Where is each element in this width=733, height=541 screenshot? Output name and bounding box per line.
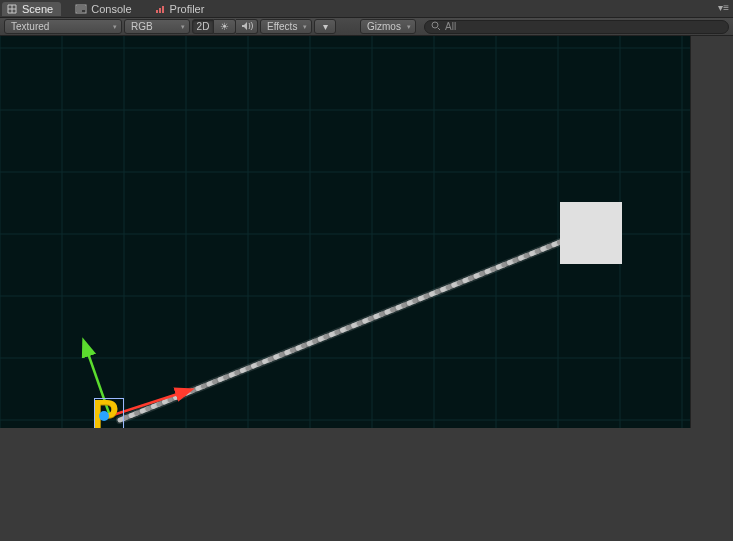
window-tabbar: Scene Console Profiler ▾≡ [0, 0, 733, 18]
gizmos-dropdown[interactable]: Gizmos ▾ [360, 19, 416, 34]
hierarchy-search-input[interactable]: All [424, 20, 729, 34]
gizmos-label: Gizmos [367, 21, 401, 32]
scene-lighting-toggle[interactable]: ☀ [214, 19, 236, 34]
render-mode-dropdown[interactable]: RGB ▾ [124, 19, 190, 34]
tab-console-label: Console [91, 3, 131, 15]
shading-mode-dropdown[interactable]: Textured ▾ [4, 19, 122, 34]
mode-2d-label: 2D [197, 21, 210, 32]
profiler-icon [154, 3, 166, 15]
render-mode-value: RGB [131, 21, 153, 32]
tab-console[interactable]: Console [71, 2, 139, 16]
scene-viewport[interactable]: P [0, 36, 733, 541]
svg-rect-3 [162, 6, 164, 13]
tabbar-menu-icon[interactable]: ▾≡ [718, 2, 729, 13]
viewport-right-gutter [690, 36, 733, 428]
search-icon [431, 21, 441, 33]
svg-rect-2 [159, 8, 161, 13]
svg-point-4 [432, 22, 438, 28]
scene-canvas[interactable]: P [0, 36, 690, 428]
viewport-bottom-gutter [0, 428, 733, 541]
chevron-down-icon: ▾ [175, 23, 185, 31]
pivot-handle[interactable] [99, 411, 109, 421]
white-square-object[interactable] [560, 202, 622, 264]
console-icon [75, 3, 87, 15]
chevron-down-icon: ▾ [297, 23, 307, 31]
svg-rect-1 [156, 10, 158, 13]
scene-icon [6, 3, 18, 15]
chevron-down-icon: ▾ [401, 23, 411, 31]
audio-icon [241, 21, 253, 33]
effects-label: Effects [267, 21, 297, 32]
scene-toolbar: Textured ▾ RGB ▾ 2D ☀ Effects ▾ ▾ Gizmos… [0, 18, 733, 36]
tab-scene[interactable]: Scene [2, 2, 61, 16]
shading-mode-value: Textured [11, 21, 49, 32]
effects-extra-dropdown[interactable]: ▾ [314, 19, 336, 34]
scene-audio-toggle[interactable] [236, 19, 258, 34]
search-placeholder: All [445, 21, 456, 32]
tab-profiler[interactable]: Profiler [150, 2, 213, 16]
tab-profiler-label: Profiler [170, 3, 205, 15]
mode-2d-toggle[interactable]: 2D [192, 19, 214, 34]
effects-dropdown[interactable]: Effects ▾ [260, 19, 312, 34]
chevron-down-icon: ▾ [107, 23, 117, 31]
sun-icon: ☀ [220, 21, 229, 32]
chevron-down-icon: ▾ [323, 21, 328, 32]
tab-scene-label: Scene [22, 3, 53, 15]
